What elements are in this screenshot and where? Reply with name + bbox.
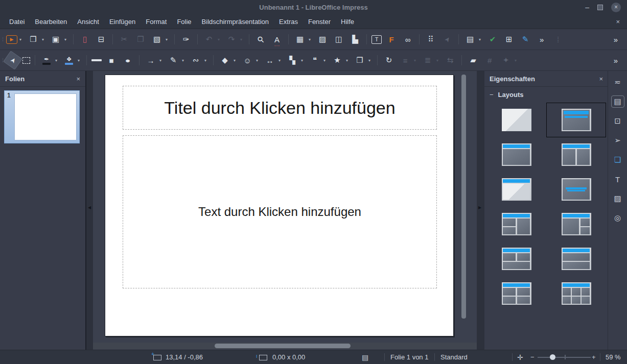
menu-item-folie[interactable]: Folie xyxy=(172,16,196,28)
collapse-left-handle[interactable]: ◀ xyxy=(88,205,91,210)
print-button[interactable]: ⊟ xyxy=(95,32,108,46)
slides-panel-close-button[interactable]: × xyxy=(76,75,80,83)
menu-item-einfügen[interactable]: Einfügen xyxy=(104,16,141,28)
layout-title-only[interactable] xyxy=(486,172,546,207)
insert-line-button[interactable] xyxy=(91,59,102,61)
shadow-button[interactable]: ▰ xyxy=(467,53,480,67)
insert-table-button[interactable]: ▦ xyxy=(293,32,307,46)
open-button[interactable]: ❒ xyxy=(27,32,40,46)
insert-hyperlink-button[interactable]: ∞ xyxy=(401,32,414,46)
display-grid-button[interactable]: ⠿ xyxy=(424,32,437,46)
show-comments-button[interactable]: ✎ xyxy=(519,32,532,46)
connectors-button[interactable]: ∾ xyxy=(189,53,202,67)
threed-objects-button[interactable]: ❒ xyxy=(353,53,366,67)
callouts-button[interactable]: ❝ xyxy=(308,53,321,67)
standard-overflow-button[interactable]: » xyxy=(535,32,548,46)
open-dropdown[interactable]: ▾ xyxy=(40,32,46,46)
menu-item-extras[interactable]: Extras xyxy=(274,16,303,28)
layout-centered-text[interactable] xyxy=(546,172,606,207)
collapse-section-icon[interactable]: − xyxy=(490,91,494,99)
tab-styles[interactable]: T xyxy=(611,173,624,185)
lines-arrows-dropdown[interactable]: ▾ xyxy=(157,53,164,67)
menu-item-format[interactable]: Format xyxy=(141,16,172,28)
menu-item-bildschirmpräsentation[interactable]: Bildschirmpräsentation xyxy=(197,16,274,28)
ellipse-button[interactable]: ● xyxy=(119,53,137,67)
display-views-dropdown[interactable]: ▾ xyxy=(477,32,483,46)
zoom-in-button[interactable]: + xyxy=(592,350,596,364)
horizontal-scrollbar[interactable] xyxy=(215,344,351,348)
start-from-first-slide-button[interactable]: ✔ xyxy=(486,32,499,46)
insert-image-button[interactable]: ▨ xyxy=(316,32,329,46)
paste-dropdown[interactable]: ▾ xyxy=(164,32,170,46)
flowchart-dropdown[interactable]: ▾ xyxy=(299,53,305,67)
tab-slide-transition[interactable]: ⊡ xyxy=(611,115,624,127)
clone-formatting-button[interactable]: ✑ xyxy=(179,32,193,46)
title-placeholder[interactable]: Titel durch Klicken hinzufügen xyxy=(123,86,437,130)
properties-panel-close-button[interactable]: × xyxy=(599,75,603,83)
collapse-right-handle[interactable]: ▶ xyxy=(478,205,481,210)
tab-master-slides[interactable]: ❏ xyxy=(611,154,624,166)
sidebar-settings-button[interactable]: ≂ xyxy=(611,76,624,88)
body-placeholder[interactable]: Text durch Klicken hinzufügen xyxy=(123,135,437,288)
line-color-dropdown[interactable]: ▾ xyxy=(53,53,59,67)
maximize-button[interactable] xyxy=(597,5,603,10)
slide-indicator[interactable]: Folie 1 von 1 xyxy=(390,350,428,364)
curves-polygons-button[interactable]: ✎ xyxy=(167,53,180,67)
object-size[interactable]: 0,00 x 0,00 xyxy=(272,350,305,364)
lines-arrows-button[interactable]: → xyxy=(144,53,157,67)
stars-dropdown[interactable]: ▾ xyxy=(344,53,350,67)
flowchart-button[interactable]: ▚ xyxy=(286,53,299,67)
layout-title-2content[interactable] xyxy=(546,137,606,172)
select-button[interactable]: ➤ xyxy=(3,51,22,69)
rectangle-button[interactable]: ■ xyxy=(105,53,118,67)
slide-thumbnail-1[interactable]: 1 xyxy=(4,90,80,143)
slide-canvas[interactable]: Titel durch Klicken hinzufügen Text durc… xyxy=(105,75,454,336)
block-arrows-dropdown[interactable]: ▾ xyxy=(276,53,283,67)
toolbar-grip[interactable]: ⁞ xyxy=(2,36,3,42)
close-button[interactable]: × xyxy=(611,3,621,12)
layout-title-6content[interactable] xyxy=(546,276,606,311)
tab-animation[interactable]: ➢ xyxy=(611,134,624,147)
stars-button[interactable]: ★ xyxy=(331,53,344,67)
export-pdf-button[interactable]: ▯ xyxy=(78,32,91,46)
layout-title-4content[interactable] xyxy=(486,276,546,311)
zoom-pan-button[interactable] xyxy=(22,57,30,64)
zoom-slider-knob[interactable] xyxy=(550,354,555,360)
save-dropdown[interactable]: ▾ xyxy=(62,32,68,46)
menu-item-bearbeiten[interactable]: Bearbeiten xyxy=(30,16,72,28)
layout-title-2content-content[interactable] xyxy=(486,207,546,241)
layout-blank[interactable] xyxy=(486,103,546,137)
menu-item-fenster[interactable]: Fenster xyxy=(303,16,336,28)
fit-slide-icon[interactable]: ✛ xyxy=(517,350,523,364)
insert-table-dropdown[interactable]: ▾ xyxy=(307,32,313,46)
spelling-button[interactable]: A xyxy=(270,32,284,46)
tab-navigator[interactable]: ◎ xyxy=(611,212,624,224)
line-color-button[interactable]: ✒ xyxy=(40,53,53,67)
tab-properties[interactable]: ▤ xyxy=(611,95,624,108)
cursor-position[interactable]: 13,14 / -0,86 xyxy=(166,350,203,364)
slide-properties-button[interactable]: ⊞ xyxy=(502,32,516,46)
menu-item-hilfe[interactable]: Hilfe xyxy=(336,16,359,28)
symbol-shapes-dropdown[interactable]: ▾ xyxy=(254,53,260,67)
minimize-button[interactable]: – xyxy=(585,5,589,10)
block-arrows-button[interactable]: ↔ xyxy=(263,53,276,67)
callouts-dropdown[interactable]: ▾ xyxy=(321,53,328,67)
drawing-overflow-button[interactable]: » xyxy=(609,53,622,67)
symbol-shapes-button[interactable]: ☺ xyxy=(241,53,254,67)
layouts-section-header[interactable]: − Layouts xyxy=(484,87,608,100)
layout-title-slide[interactable] xyxy=(546,103,606,137)
layout-title-2content-over-content[interactable] xyxy=(486,241,546,276)
zoom-out-button[interactable]: − xyxy=(530,350,535,364)
close-document-button[interactable]: × xyxy=(616,18,627,26)
layout-title-content-over-content[interactable] xyxy=(546,241,606,276)
menu-item-ansicht[interactable]: Ansicht xyxy=(72,16,104,28)
zoom-level[interactable]: 59 % xyxy=(606,350,621,364)
insert-textbox-button[interactable]: T xyxy=(371,35,382,44)
fontwork-button[interactable]: F xyxy=(385,32,398,46)
master-slide-name[interactable]: Standard xyxy=(440,350,468,364)
basic-shapes-button[interactable]: ◆ xyxy=(218,53,231,67)
connectors-dropdown[interactable]: ▾ xyxy=(202,53,208,67)
fill-color-dropdown[interactable]: ▾ xyxy=(76,53,82,67)
threed-objects-dropdown[interactable]: ▾ xyxy=(366,53,373,67)
curves-polygons-dropdown[interactable]: ▾ xyxy=(180,53,186,67)
